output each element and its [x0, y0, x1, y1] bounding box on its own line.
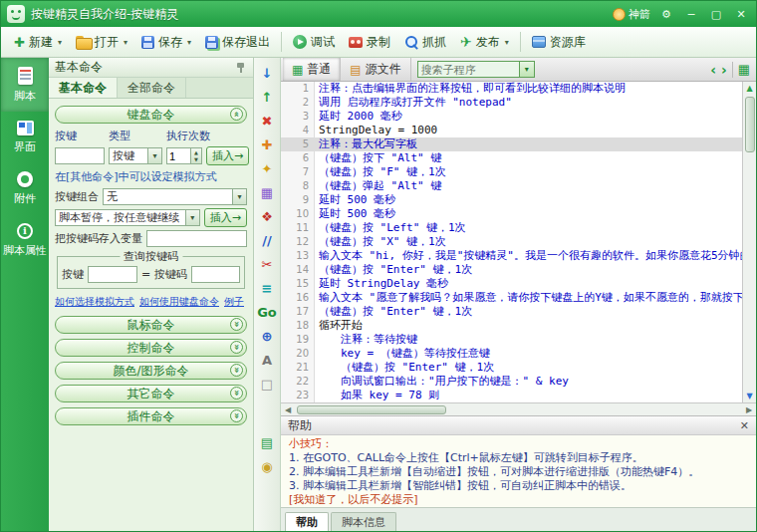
pin-icon[interactable] [235, 62, 247, 74]
chevron-down-icon[interactable]: ▾ [147, 148, 161, 163]
insert-button-2[interactable]: 插入→ [204, 208, 247, 227]
collapse-chevron-icon[interactable]: » [230, 108, 243, 121]
toolbar-button-save[interactable]: 保存▾ [134, 30, 198, 55]
scroll-left-icon[interactable]: ◀ [281, 405, 295, 414]
keyboard-help-link-3[interactable]: 例子 [224, 295, 244, 309]
horizontal-scroll-thumb[interactable] [297, 405, 446, 414]
code-line-20[interactable]: 20key = （键盘）等待按任意键 [281, 347, 742, 361]
move-down-icon[interactable]: ↓ [256, 62, 278, 84]
toolbar-button-debug[interactable]: 调试 [286, 30, 342, 55]
section-other[interactable]: 其它命令» [55, 385, 247, 402]
code-line-21[interactable]: 21（键盘）按 "Enter" 键，1次 [281, 361, 742, 375]
eye-icon[interactable]: ◉ [256, 455, 278, 477]
move-up-icon[interactable]: ↑ [256, 86, 278, 108]
sidebar-item-props[interactable]: 脚本属性 [1, 214, 49, 266]
expand-chevron-icon[interactable]: » [230, 387, 243, 399]
maximize-button[interactable]: ▢ [707, 6, 725, 22]
box-icon[interactable]: □ [256, 373, 278, 395]
code-line-17[interactable]: 17（键盘）按 "Enter" 键，1次 [281, 305, 742, 319]
section-mouse[interactable]: 鼠标命令» [55, 316, 247, 334]
code-line-23[interactable]: 23如果 key = 78 则 [281, 389, 742, 402]
settings-gear-icon[interactable]: ⚙ [657, 6, 675, 22]
chevron-down-icon[interactable]: ▾ [185, 210, 199, 225]
code-line-15[interactable]: 15延时 StringDelay 毫秒 [281, 277, 742, 291]
bottom-tab-script-info[interactable]: 脚本信息 [331, 512, 396, 531]
sidebar-item-ui[interactable]: 界面 [1, 112, 49, 162]
toolbar-button-open[interactable]: 打开▾ [69, 30, 134, 55]
code-line-8[interactable]: 8（键盘）弹起 "Alt" 键 [281, 179, 742, 193]
scroll-right-icon[interactable]: ▶ [742, 405, 756, 414]
toolbar-button-library[interactable]: 资源库 [525, 30, 593, 55]
expand-chevron-icon[interactable]: » [230, 364, 243, 377]
editor-tab-normal[interactable]: ▦普通 [283, 58, 341, 81]
minimize-button[interactable]: ─ [682, 6, 700, 22]
toolbar-button-publish[interactable]: 发布▾ [453, 30, 516, 55]
type-select[interactable]: 按键 ▾ [109, 147, 162, 164]
skin-badge[interactable]: 神箭 [613, 7, 650, 22]
query-key-input[interactable] [88, 266, 137, 283]
panel-list-icon[interactable]: ▦ [738, 63, 750, 76]
keyboard-help-link-2[interactable]: 如何使用键盘命令 [139, 295, 219, 309]
list-lines-icon[interactable]: ≡ [256, 277, 278, 299]
vertical-scroll-thumb[interactable] [745, 97, 755, 152]
section-control[interactable]: 控制命令» [55, 339, 247, 357]
code-line-22[interactable]: 22向调试窗口输出："用户按下的键是：" & key [281, 375, 742, 389]
expand-chevron-icon[interactable]: » [230, 409, 243, 422]
code-line-12[interactable]: 12（键盘）按 "X" 键，1次 [281, 235, 742, 249]
search-input[interactable] [418, 62, 519, 77]
code-line-10[interactable]: 10延时 500 毫秒 [281, 207, 742, 221]
fix-tool-icon[interactable]: ✚ [256, 133, 278, 155]
code-line-19[interactable]: 19注释：等待按键 [281, 333, 742, 347]
insert-button-1[interactable]: 插入→ [206, 146, 249, 165]
query-keycode-input[interactable] [191, 266, 240, 283]
code-editor[interactable]: 1注释：点击编辑界面的注释按钮，即可看到比较详细的脚本说明2调用 启动程序或打开… [281, 82, 756, 402]
combo-select[interactable]: 无 ▾ [103, 188, 247, 205]
code-line-18[interactable]: 18循环开始 [281, 319, 742, 333]
font-icon[interactable]: A [256, 349, 278, 371]
section-plugin[interactable]: 插件命令» [55, 407, 247, 425]
code-line-11[interactable]: 11（键盘）按 "Left" 键，1次 [281, 221, 742, 235]
delete-line-icon[interactable]: ✖ [256, 110, 278, 132]
code-line-16[interactable]: 16输入文本 "愿意了解我吗？如果愿意，请你按下键盘上的Y键，如果不愿意的，那就… [281, 291, 742, 305]
sidebar-item-script[interactable]: 脚本 [1, 58, 49, 112]
insert-call-icon[interactable]: ⊕ [256, 325, 278, 347]
code-line-7[interactable]: 7（键盘）按 "F" 键，1次 [281, 165, 742, 179]
help-close-icon[interactable]: ✕ [740, 419, 749, 432]
spin-down-icon[interactable]: ▼ [191, 156, 201, 164]
spin-up-icon[interactable]: ▲ [191, 148, 201, 156]
section-keyboard-commands[interactable]: 键盘命令 » [55, 106, 247, 124]
code-line-2[interactable]: 2调用 启动程序或打开文件 "notepad" [281, 96, 742, 110]
code-line-5[interactable]: 5注释：最大化写字板 [281, 137, 742, 151]
toolbar-button-save-exit[interactable]: 保存退出 [198, 30, 277, 55]
palette-grid-icon[interactable]: ▦ [256, 181, 278, 203]
doc-icon[interactable]: ▤ [256, 431, 278, 453]
keyboard-help-link-1[interactable]: 如何选择模拟方式 [55, 295, 134, 309]
toolbar-button-new[interactable]: 新建▾ [7, 30, 69, 55]
code-line-3[interactable]: 3延时 2000 毫秒 [281, 110, 742, 124]
pause-mode-select[interactable]: 脚本暂停，按任意键继续 ▾ [55, 209, 200, 226]
search-dropdown-icon[interactable]: ▾ [519, 62, 534, 77]
code-line-6[interactable]: 6（键盘）按下 "Alt" 键 [281, 151, 742, 165]
panel-tab-all[interactable]: 全部命令 [118, 78, 186, 98]
chevron-down-icon[interactable]: ▾ [232, 189, 246, 204]
goto-icon[interactable]: Go [256, 301, 278, 323]
sidebar-item-attach[interactable]: 附件 [1, 162, 49, 214]
subroutine-search[interactable]: ▾ [417, 61, 535, 78]
expand-chevron-icon[interactable]: » [230, 341, 243, 354]
code-line-4[interactable]: 4StringDelay = 1000 [281, 124, 742, 137]
count-stepper[interactable]: ▲ ▼ [166, 147, 202, 164]
toolbar-button-capture[interactable]: 抓抓 [397, 30, 453, 55]
close-button[interactable]: ✕ [732, 6, 750, 22]
editor-vertical-scrollbar[interactable]: ▲ ▼ [742, 82, 756, 402]
nav-prev-icon[interactable]: ‹ [710, 63, 716, 77]
key-input[interactable] [55, 147, 105, 164]
code-line-14[interactable]: 14（键盘）按 "Enter" 键，1次 [281, 263, 742, 277]
store-var-input[interactable] [146, 230, 247, 247]
cut-icon[interactable]: ✂ [256, 253, 278, 275]
key-icon[interactable]: ✦ [256, 157, 278, 179]
toolbar-button-record[interactable]: 录制 [342, 30, 397, 55]
section-color-graphics[interactable]: 颜色/图形命令» [55, 362, 247, 380]
scroll-down-icon[interactable]: ▼ [743, 390, 756, 402]
comment-icon[interactable]: // [256, 229, 278, 251]
expand-chevron-icon[interactable]: » [230, 318, 243, 331]
